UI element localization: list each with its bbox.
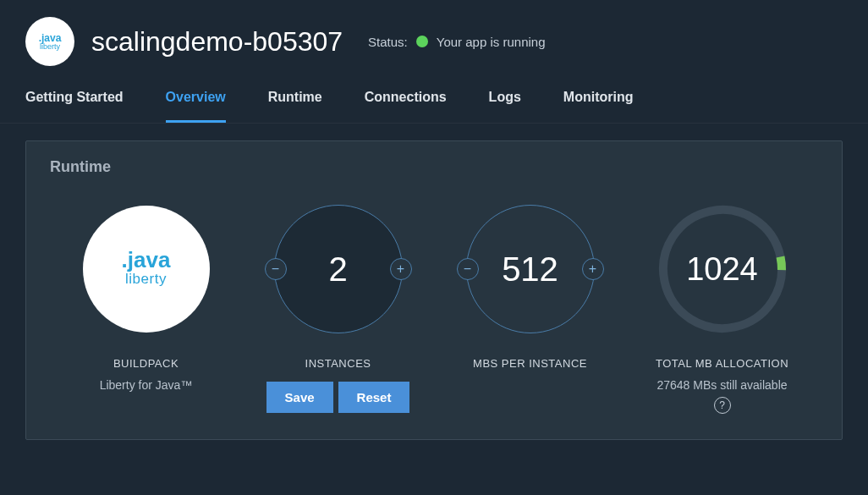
- mbs-circle: 512 − +: [466, 205, 595, 333]
- buildpack-name: Liberty for Java™: [100, 378, 193, 392]
- instances-circle: 2 − +: [274, 205, 403, 333]
- header: .java liberty scalingdemo-b05307 Status:…: [0, 0, 868, 74]
- save-button[interactable]: Save: [266, 382, 333, 413]
- allocation-gauge: 1024: [655, 201, 790, 337]
- tab-logs[interactable]: Logs: [489, 74, 521, 123]
- instances-value: 2: [328, 250, 347, 289]
- tab-getting-started[interactable]: Getting Started: [25, 74, 124, 123]
- app-icon-text-bottom: liberty: [39, 43, 62, 51]
- tab-connections[interactable]: Connections: [365, 74, 447, 123]
- panel-title: Runtime: [50, 158, 818, 176]
- reset-button[interactable]: Reset: [338, 382, 410, 413]
- mbs-value: 512: [502, 250, 558, 289]
- mbs-label: MBS PER INSTANCE: [473, 357, 587, 370]
- app-icon: .java liberty: [25, 17, 74, 66]
- buildpack-logo-bottom: liberty: [122, 271, 171, 288]
- allocation-label: TOTAL MB ALLOCATION: [656, 357, 788, 370]
- allocation-available: 27648 MBs still available: [656, 378, 787, 392]
- instances-increment-button[interactable]: +: [390, 258, 412, 280]
- instances-decrement-button[interactable]: −: [265, 258, 287, 280]
- allocation-card: 1024 TOTAL MB ALLOCATION 27648 MBs still…: [626, 201, 818, 414]
- buildpack-logo-top: .java: [122, 250, 171, 270]
- status-block: Status: Your app is running: [368, 35, 545, 49]
- tab-runtime[interactable]: Runtime: [268, 74, 322, 123]
- buildpack-card: .java liberty BUILDPACK Liberty for Java…: [50, 201, 242, 392]
- tab-monitoring[interactable]: Monitoring: [563, 74, 634, 123]
- status-indicator-icon: [416, 36, 428, 47]
- app-title: scalingdemo-b05307: [91, 26, 343, 58]
- runtime-panel: Runtime .java liberty BUILDPACK Liberty …: [25, 140, 843, 440]
- instances-label: INSTANCES: [305, 357, 371, 370]
- help-icon[interactable]: ?: [714, 397, 731, 414]
- buildpack-logo: .java liberty: [83, 206, 210, 333]
- tab-overview[interactable]: Overview: [166, 74, 226, 123]
- mbs-decrement-button[interactable]: −: [457, 258, 479, 280]
- mbs-increment-button[interactable]: +: [582, 258, 604, 280]
- tab-bar: Getting Started Overview Runtime Connect…: [0, 74, 868, 124]
- buildpack-label: BUILDPACK: [113, 357, 179, 370]
- mbs-card: 512 − + MBS PER INSTANCE: [434, 201, 626, 370]
- status-label: Status:: [368, 35, 408, 49]
- instances-card: 2 − + INSTANCES Save Reset: [242, 201, 434, 413]
- status-text: Your app is running: [437, 35, 546, 49]
- allocation-value: 1024: [655, 201, 790, 337]
